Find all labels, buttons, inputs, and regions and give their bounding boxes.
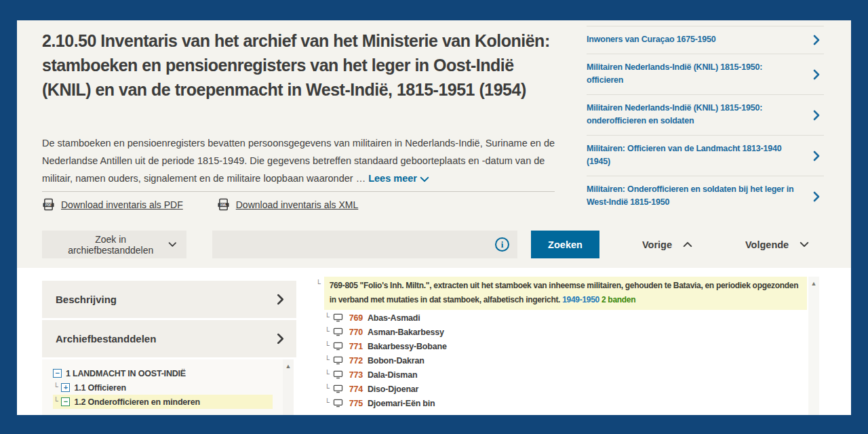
tree-connector-icon: └ (325, 313, 330, 321)
tree-node-1-2-onderofficieren[interactable]: └ − 1.2 Onderofficieren en minderen (53, 395, 273, 409)
inventory-section: Beschrijving Archiefbestanddelen − 1 LAN… (17, 268, 851, 415)
scan-monitor-icon (333, 399, 343, 408)
related-link-label: Militairen Nederlands-Indië (KNIL) 1815-… (587, 62, 762, 85)
chevron-down-icon (420, 176, 429, 182)
accordion-beschrijving[interactable]: Beschrijving (42, 281, 296, 318)
tree-node-label: 1.1 Officieren (74, 383, 125, 393)
record-name: Bakarbessy-Bobane (368, 342, 447, 351)
record-row[interactable]: └ 772 Bobon-Dakran (315, 353, 447, 368)
archive-tree: − 1 LANDMACHT IN OOST-INDIË └ + 1.1 Offi… (42, 359, 283, 415)
page-title: 2.10.50 Inventaris van het archief van h… (42, 28, 563, 102)
record-row[interactable]: └ 773 Dala-Disman (315, 368, 447, 382)
tree-connector-icon: └ (325, 370, 330, 378)
record-row[interactable]: └ 774 Diso-Djoenar (315, 382, 447, 396)
download-xml-label: Download inventaris als XML (236, 199, 359, 210)
download-xml-link[interactable]: XML Download inventaris als XML (217, 198, 359, 211)
search-input[interactable] (212, 231, 495, 258)
accordion-archiefbestanddelen[interactable]: Archiefbestanddelen (42, 320, 296, 357)
svg-text:PDF: PDF (45, 203, 52, 207)
chevron-right-icon (813, 191, 820, 202)
divider (42, 191, 555, 192)
record-name: Bobon-Dakran (368, 356, 425, 366)
description: De stamboeken en pensioenregisters bevat… (42, 134, 559, 187)
download-links: PDF Download inventaris als PDF XML Down… (42, 198, 358, 211)
scan-monitor-icon (333, 328, 343, 336)
accordion-label: Beschrijving (56, 294, 117, 305)
records-scrollbar[interactable]: ▲ (808, 277, 819, 415)
record-group-header[interactable]: └ 769-805 "Folio's Inh. Miltn.", extract… (315, 277, 807, 310)
record-row[interactable]: └ 775 Djoemari-Eën bin (315, 396, 447, 410)
collapse-icon[interactable]: − (61, 397, 70, 406)
svg-text:XML: XML (220, 203, 226, 207)
tree-connector-icon: └ (54, 382, 58, 391)
related-link-label: Militairen: Onderofficieren en soldaten … (587, 184, 794, 207)
record-row[interactable]: └ 769 Abas-Asmadi (315, 311, 447, 325)
chevron-right-icon (813, 69, 820, 80)
chevron-right-icon (813, 35, 820, 45)
scroll-up-icon[interactable]: ▲ (811, 280, 817, 287)
chevron-down-icon (168, 241, 177, 248)
tree-connector-icon: └ (325, 384, 330, 393)
download-pdf-label: Download inventaris als PDF (61, 199, 183, 210)
scan-monitor-icon (333, 313, 343, 322)
related-links: Inwoners van Curaçao 1675-1950 Militaire… (587, 26, 824, 216)
tree-connector-icon: └ (325, 327, 330, 336)
search-row: Zoek in archiefbestanddelen i Zoeken Vor… (42, 231, 831, 258)
record-row[interactable]: └ 771 Bakarbessy-Bobane (315, 339, 447, 353)
previous-button[interactable]: Vorige (642, 231, 692, 258)
collapse-icon[interactable]: − (53, 369, 62, 378)
record-group-text: 769-805 "Folio's Inh. Miltn.", extracten… (324, 277, 807, 310)
download-pdf-link[interactable]: PDF Download inventaris als PDF (42, 198, 183, 211)
tree-node-label: 1.2 Onderofficieren en minderen (74, 397, 200, 407)
scroll-up-icon[interactable]: ▲ (285, 363, 292, 370)
record-number: 771 (349, 342, 363, 351)
accordion-label: Archiefbestanddelen (56, 333, 156, 344)
scan-monitor-icon (333, 356, 343, 365)
read-more-link[interactable]: Lees meer (368, 173, 429, 184)
next-button[interactable]: Volgende (745, 231, 809, 258)
related-link-knil-officieren[interactable]: Militairen Nederlands-Indië (KNIL) 1815-… (587, 54, 824, 94)
related-link-knil-onderofficieren[interactable]: Militairen Nederlands-Indië (KNIL) 1815-… (587, 94, 824, 135)
tree-node-label: 1 LANDMACHT IN OOST-INDIË (66, 369, 186, 378)
search-box: i (212, 231, 517, 258)
related-link-inwoners-curacao[interactable]: Inwoners van Curaçao 1675-1950 (587, 26, 824, 54)
record-number: 770 (349, 328, 363, 337)
search-button[interactable]: Zoeken (531, 231, 599, 258)
chevron-right-icon (277, 294, 284, 305)
pdf-file-icon: PDF (42, 198, 55, 211)
expand-icon[interactable]: + (61, 383, 70, 392)
record-name: Dala-Disman (368, 370, 418, 380)
tree-node-1-landmacht[interactable]: − 1 LANDMACHT IN OOST-INDIË (53, 366, 283, 380)
page: 2.10.50 Inventaris van het archief van h… (17, 20, 851, 415)
next-label: Volgende (745, 239, 789, 250)
search-scope-label: Zoek in archiefbestanddelen (53, 234, 168, 256)
chevron-right-icon (277, 333, 284, 344)
description-text: De stamboeken en pensioenregisters bevat… (42, 138, 555, 184)
related-link-landmacht-officieren[interactable]: Militairen: Officieren van de Landmacht … (587, 135, 824, 176)
tree-scrollbar[interactable]: ▲ (283, 359, 294, 415)
chevron-right-icon (813, 151, 820, 161)
record-list: └ 769 Abas-Asmadi └ 770 Asman-Bakarbessy… (315, 311, 447, 410)
info-icon[interactable]: i (495, 237, 509, 252)
tree-node-1-1-officieren[interactable]: └ + 1.1 Officieren (53, 380, 283, 395)
record-name: Abas-Asmadi (368, 313, 420, 323)
record-number: 774 (349, 384, 363, 394)
group-extent: 2 banden (601, 295, 635, 304)
search-scope-dropdown[interactable]: Zoek in archiefbestanddelen (42, 231, 186, 258)
related-link-label: Inwoners van Curaçao 1675-1950 (587, 35, 716, 44)
record-name: Djoemari-Eën bin (368, 399, 435, 408)
chevron-up-icon (683, 241, 692, 248)
chevron-down-icon (800, 241, 809, 248)
xml-file-icon: XML (217, 198, 230, 211)
scan-monitor-icon (333, 342, 343, 351)
read-more-label: Lees meer (368, 173, 417, 184)
record-number: 775 (349, 399, 363, 408)
record-number: 769 (349, 313, 363, 323)
chevron-right-icon (813, 110, 820, 121)
tree-connector-icon: └ (54, 397, 58, 406)
tree-connector-icon: └ (325, 355, 330, 364)
record-row[interactable]: └ 770 Asman-Bakarbessy (315, 325, 447, 339)
record-number: 772 (349, 356, 363, 366)
related-link-west-indie-soldaten[interactable]: Militairen: Onderofficieren en soldaten … (587, 176, 824, 216)
tree-connector-icon: └ (316, 279, 321, 288)
